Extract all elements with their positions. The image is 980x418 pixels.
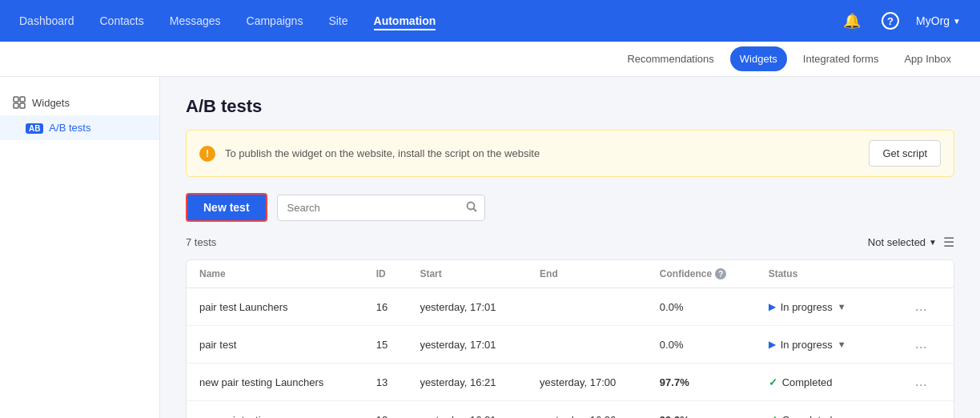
status-in-progress: ▶ In progress ▼ <box>769 339 885 351</box>
status-completed: ✓ Completed <box>769 414 885 419</box>
new-test-button[interactable]: New test <box>186 193 267 222</box>
search-input[interactable] <box>277 195 485 221</box>
col-start: Start <box>407 260 527 288</box>
search-container <box>277 195 485 221</box>
svg-rect-2 <box>14 103 18 108</box>
sub-nav-widgets[interactable]: Widgets <box>730 46 787 71</box>
main-content: A/B tests ! To publish the widget on the… <box>160 77 980 418</box>
row-start: yesterday, 16:21 <box>407 364 527 401</box>
org-selector[interactable]: MyOrg ▼ <box>916 14 961 27</box>
status-label: Completed <box>782 376 833 388</box>
org-name: MyOrg <box>916 14 950 27</box>
status-completed: ✓ Completed <box>769 376 885 388</box>
more-actions-button[interactable]: … <box>910 411 932 418</box>
table-row: new pair testing 12 yesterday, 16:21 yes… <box>187 401 954 419</box>
more-actions-button[interactable]: … <box>910 298 932 316</box>
get-script-button[interactable]: Get script <box>869 140 941 167</box>
nav-site[interactable]: Site <box>328 11 347 30</box>
search-button[interactable] <box>466 201 477 215</box>
svg-rect-3 <box>20 103 25 108</box>
tests-count: 7 tests <box>186 236 216 248</box>
sub-nav-integrated-forms[interactable]: Integrated forms <box>793 46 889 71</box>
row-status: ▶ In progress ▼ <box>756 326 898 364</box>
row-id: 15 <box>363 326 408 364</box>
check-icon: ✓ <box>769 376 777 388</box>
nav-links: Dashboard Contacts Messages Campaigns Si… <box>19 11 436 30</box>
row-status: ✓ Completed <box>756 401 898 419</box>
sidebar-ab-tests-label: A/B tests <box>49 122 90 134</box>
row-actions: … <box>897 364 954 401</box>
row-confidence: 97.7% <box>647 364 756 401</box>
table-header-row: Name ID Start End Confidence ? Status <box>187 260 954 288</box>
notification-button[interactable]: 🔔 <box>839 8 865 34</box>
play-icon: ▶ <box>769 301 776 312</box>
status-label: In progress <box>781 301 833 313</box>
row-confidence: 0.0% <box>647 288 756 326</box>
row-name: pair test <box>187 326 363 364</box>
row-start: yesterday, 17:01 <box>407 326 527 364</box>
nav-campaigns[interactable]: Campaigns <box>247 11 303 30</box>
sidebar: Widgets AB A/B tests <box>0 77 160 418</box>
ab-tests-table: Name ID Start End Confidence ? Status <box>186 259 954 418</box>
warning-icon: ! <box>199 146 215 162</box>
row-start: yesterday, 16:21 <box>407 401 527 419</box>
tests-header: 7 tests Not selected ▼ ☰ <box>186 235 954 250</box>
col-confidence: Confidence ? <box>647 260 756 288</box>
sub-nav-app-inbox[interactable]: App Inbox <box>894 46 961 71</box>
chevron-down-icon: ▼ <box>929 238 937 247</box>
bell-icon: 🔔 <box>843 12 861 30</box>
table-row: new pair testing Launchers 13 yesterday,… <box>187 364 954 401</box>
col-actions <box>897 260 954 288</box>
sidebar-item-ab-tests[interactable]: AB A/B tests <box>0 115 159 140</box>
more-actions-button[interactable]: … <box>910 373 932 391</box>
play-icon: ▶ <box>769 339 776 350</box>
row-actions: … <box>897 401 954 419</box>
help-button[interactable]: ? <box>878 8 903 34</box>
svg-point-4 <box>467 202 474 209</box>
ab-badge: AB <box>26 123 43 134</box>
table-row: pair test Launchers 16 yesterday, 17:01 … <box>187 288 954 326</box>
sub-nav-recommendations[interactable]: Recommendations <box>617 46 723 71</box>
row-end <box>527 326 647 364</box>
alert-banner: ! To publish the widget on the website, … <box>186 130 954 177</box>
svg-line-5 <box>473 208 476 211</box>
row-name: new pair testing <box>187 401 363 419</box>
row-id: 16 <box>363 288 408 326</box>
sidebar-widgets-label: Widgets <box>32 97 70 109</box>
check-icon: ✓ <box>769 414 777 419</box>
alert-message: To publish the widget on the website, in… <box>225 147 540 159</box>
row-end <box>527 288 647 326</box>
top-navigation: Dashboard Contacts Messages Campaigns Si… <box>0 0 980 42</box>
toolbar: New test <box>186 193 954 222</box>
more-actions-button[interactable]: … <box>910 336 932 353</box>
alert-content: ! To publish the widget on the website, … <box>199 146 540 162</box>
svg-rect-1 <box>20 97 25 102</box>
widgets-icon <box>13 96 26 109</box>
row-confidence: 99.3% <box>647 401 756 419</box>
status-dropdown-icon[interactable]: ▼ <box>837 340 846 349</box>
nav-dashboard[interactable]: Dashboard <box>19 11 74 30</box>
col-status: Status <box>756 260 898 288</box>
list-view-button[interactable]: ☰ <box>943 235 954 250</box>
help-icon: ? <box>882 12 899 30</box>
nav-contacts[interactable]: Contacts <box>100 11 144 30</box>
not-selected-label: Not selected <box>868 236 926 248</box>
nav-automation[interactable]: Automation <box>374 11 436 30</box>
row-status: ✓ Completed <box>756 364 898 401</box>
row-confidence: 0.0% <box>647 326 756 364</box>
sidebar-section-widgets[interactable]: Widgets <box>0 90 159 115</box>
list-icon: ☰ <box>943 235 954 249</box>
page-title: A/B tests <box>186 96 954 117</box>
filter-right: Not selected ▼ ☰ <box>868 235 954 250</box>
not-selected-dropdown[interactable]: Not selected ▼ <box>868 236 937 248</box>
status-dropdown-icon[interactable]: ▼ <box>837 302 846 311</box>
col-end: End <box>527 260 647 288</box>
row-id: 13 <box>363 364 408 401</box>
status-label: In progress <box>781 339 833 351</box>
svg-rect-0 <box>14 97 18 102</box>
table-row: pair test 15 yesterday, 17:01 0.0% ▶ In … <box>187 326 954 364</box>
nav-messages[interactable]: Messages <box>170 11 221 30</box>
col-name: Name <box>187 260 363 288</box>
confidence-header[interactable]: Confidence ? <box>660 268 726 279</box>
confidence-help-icon: ? <box>715 268 726 279</box>
